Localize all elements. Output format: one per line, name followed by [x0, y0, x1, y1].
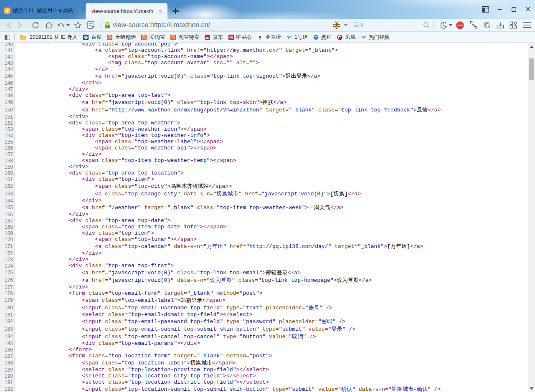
address-bar-url[interactable]: view-source:https://i.maxthon.cn/	[113, 19, 210, 31]
source-line: 146 </div>	[0, 80, 528, 86]
line-content: <a href="http://www.maxthon.cn/mx/bug/po…	[15, 106, 441, 114]
maximize-button[interactable]	[507, 5, 521, 13]
line-content: </div>	[15, 250, 101, 256]
menu-icon-graphic	[523, 22, 531, 28]
amazon-favicon: a	[257, 35, 263, 40]
reload-button-graphic	[32, 21, 39, 29]
bookmark-item[interactable]: e热门视频	[361, 34, 390, 41]
source-line: 162 <span class="top-city">乌鲁木齐牧试站</span…	[0, 182, 528, 190]
tab-view-source[interactable]: view-source:https://i.maxth ×	[86, 3, 167, 19]
view-source-content: 140 <div class="top-account-pop">141 <a …	[0, 43, 535, 392]
line-number: 170	[0, 236, 15, 243]
bookmark-label: 热门视频	[369, 34, 390, 41]
star-button[interactable]	[74, 19, 82, 31]
bookmark-item[interactable]: e1号店	[287, 34, 308, 41]
line-content: <input class="top-email-password top-fie…	[15, 318, 345, 325]
source-line: 183 <input class="top-email-submit top-s…	[0, 325, 528, 333]
line-number: 183	[0, 325, 15, 333]
wrench-icon-graphic	[470, 21, 478, 29]
bookmark-item[interactable]: 百度	[83, 34, 101, 41]
line-number: 151	[0, 114, 15, 120]
bookmark-item[interactable]: 特唯品会	[228, 34, 252, 41]
line-number: 142	[0, 53, 15, 60]
toolbar-separator	[350, 21, 350, 29]
reload-button[interactable]	[31, 19, 40, 31]
minimize-button[interactable]	[492, 5, 507, 13]
scrollbar-up-arrow[interactable]	[528, 43, 535, 50]
vertical-scrollbar[interactable]	[528, 43, 535, 392]
line-content: <div class="top-item">	[15, 230, 154, 236]
search-input[interactable]: 百度	[354, 19, 364, 31]
svg-text:淘: 淘	[108, 35, 112, 39]
undo-dropdown-icon-graphic	[66, 24, 70, 26]
line-content: <span class="top-item top-weather-temp">…	[15, 157, 236, 164]
tab-close-icon[interactable]: ×	[76, 8, 82, 13]
undo-button[interactable]	[57, 19, 65, 31]
wrench-icon[interactable]	[469, 19, 478, 31]
line-number: 169	[0, 230, 15, 236]
adblock-abp-icon[interactable]: ABP	[456, 19, 464, 31]
line-content: <span class="top-weather-label"></span>	[15, 139, 223, 145]
layout-panel-button[interactable]	[478, 5, 492, 13]
bookmark-item[interactable]: 凤凰	[337, 34, 355, 41]
download-icon[interactable]	[496, 19, 505, 31]
close-button[interactable]	[521, 5, 535, 13]
bookmarks-folder[interactable]: 20191101 从 IE 导入	[20, 34, 77, 41]
new-tab-button[interactable]	[172, 8, 179, 15]
source-line: 150 <a href="http://www.maxthon.cn/mx/bu…	[0, 106, 528, 114]
source-code-area: 140 <div class="top-account-pop">141 <a …	[0, 43, 528, 392]
tao-favicon-graphic: 淘	[170, 35, 176, 40]
line-content: <input class="top-email-cancel top-cance…	[15, 333, 316, 340]
night-mode-dropdown-icon[interactable]	[449, 19, 453, 31]
line-number: 190	[0, 373, 15, 379]
line-content: <form class="top-email-form" target="_bl…	[15, 290, 262, 296]
download-icon-graphic	[497, 21, 504, 29]
tab-maxthon-today[interactable]: 傲游今日_傲游用户专属的 ×	[4, 3, 83, 18]
bookmark-item[interactable]: 携程	[313, 34, 332, 41]
back-button[interactable]	[5, 19, 13, 31]
lock-icon[interactable]	[104, 19, 110, 31]
bookmarks-separator	[14, 34, 15, 40]
bookmark-item[interactable]: 淘淘宝特卖	[170, 34, 199, 41]
source-line: 164 </div>	[0, 197, 528, 204]
line-number: 158	[0, 157, 15, 164]
svg-text:特: 特	[229, 35, 233, 40]
eblue-favicon-graphic: e	[361, 35, 366, 40]
source-line: 177 </div>	[0, 284, 528, 290]
search-engine-bee-icon[interactable]	[332, 19, 341, 31]
line-number: 150	[0, 106, 15, 114]
toolbar-separator	[101, 21, 101, 29]
bookmark-item[interactable]: JD京东	[205, 34, 223, 41]
bookmark-item[interactable]: a亚马逊	[257, 34, 281, 41]
window-controls	[478, 5, 535, 13]
reader-button[interactable]	[86, 19, 95, 31]
tab-close-icon[interactable]: ×	[157, 8, 163, 14]
line-content: <div class="top-area top-weather">	[15, 120, 180, 126]
home-button[interactable]	[44, 19, 53, 31]
scrollbar-down-arrow[interactable]	[528, 385, 535, 392]
tao-favicon: 淘	[170, 35, 176, 40]
bookmark-item[interactable]: 淘天猫精选	[107, 34, 136, 41]
forward-button-graphic	[17, 21, 23, 29]
bookmarks-panel-toggle-icon[interactable]	[5, 35, 10, 40]
night-mode-icon[interactable]	[439, 19, 447, 31]
minimize-button-graphic	[497, 7, 502, 12]
apps-grid-icon[interactable]	[509, 19, 517, 31]
line-content: <a href="/weather" target="_blank" class…	[15, 204, 343, 211]
scrollbar-thumb[interactable]	[529, 58, 534, 80]
ifeng-favicon	[337, 35, 342, 40]
search-engine-dropdown-icon[interactable]	[344, 19, 348, 31]
undo-dropdown-icon[interactable]	[66, 19, 70, 31]
menu-icon[interactable]	[522, 19, 531, 31]
line-number: 171	[0, 243, 15, 250]
bookmark-item[interactable]: 淘爱淘宝	[141, 34, 165, 41]
source-line: 153 <span class="top-weather-icon"></spa…	[0, 126, 528, 132]
forward-button[interactable]	[16, 19, 23, 31]
search-icon-graphic	[423, 22, 430, 29]
line-number: 187	[0, 353, 15, 359]
find-zoom-icon[interactable]	[483, 19, 491, 31]
source-line: 186 </form>	[0, 346, 528, 353]
search-engine-dropdown-icon-graphic	[344, 24, 347, 26]
line-content: <div class="top-area top-location">	[15, 170, 184, 176]
search-icon[interactable]	[423, 19, 430, 31]
